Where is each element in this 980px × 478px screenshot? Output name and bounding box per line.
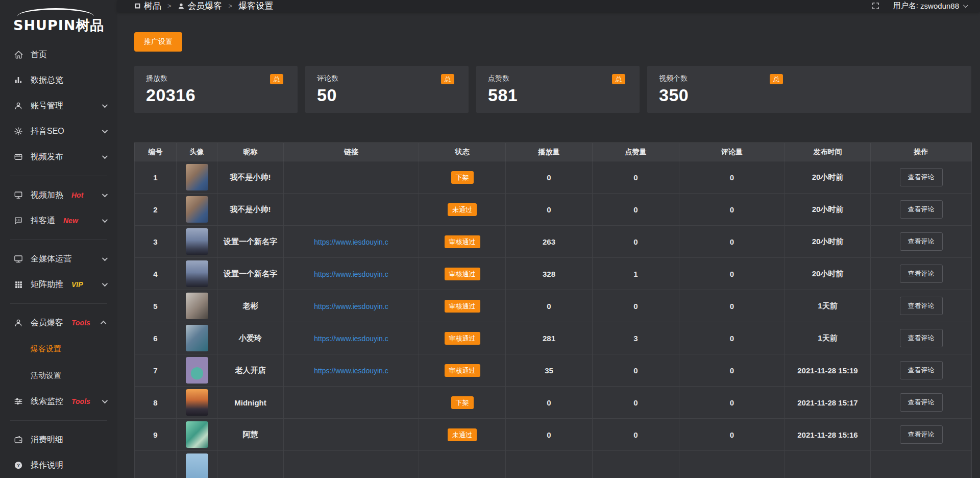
- sidebar-item-account-management[interactable]: 账号管理: [0, 93, 117, 118]
- cell-publish-time: 20小时前: [785, 161, 871, 194]
- sidebar-item-label: 数据总览: [31, 75, 63, 86]
- cell-nickname: 老彬: [217, 290, 284, 322]
- cell-link: [284, 387, 419, 419]
- cell-avatar: [177, 419, 217, 451]
- cell-status: 审核通过: [419, 322, 506, 354]
- breadcrumb-home[interactable]: 树品: [134, 0, 161, 12]
- cell-likes: 0: [593, 419, 679, 451]
- sidebar-item-all-media-operation[interactable]: 全媒体运营: [0, 246, 117, 272]
- cell-status: 未通过: [419, 419, 506, 451]
- cell-nickname: 小爱玲: [217, 322, 284, 354]
- cell-status: 审核通过: [419, 258, 506, 290]
- sidebar-item-video-publish[interactable]: 视频发布: [0, 144, 117, 170]
- cell-plays: 0: [506, 290, 593, 322]
- cell-actions: 查看评论: [871, 322, 972, 354]
- cell-likes: 0: [593, 194, 679, 226]
- sidebar-item-clue-monitor[interactable]: 线索监控 Tools: [0, 389, 117, 414]
- sidebar-item-douketong[interactable]: 抖客通 New: [0, 208, 117, 233]
- view-comments-button[interactable]: 查看评论: [900, 393, 943, 412]
- cell-status: 未通过: [419, 194, 506, 226]
- sidebar: SHUPIN树品 首页 数据总览 账号管理 抖音SEO 视频发布: [0, 0, 117, 478]
- cell-id: 2: [135, 194, 177, 226]
- cell-comments: 0: [679, 387, 785, 419]
- breadcrumb-member-baoke[interactable]: 会员爆客: [178, 0, 223, 12]
- video-link[interactable]: https://www.iesdouyin.c: [314, 334, 388, 343]
- cell-likes: 0: [593, 387, 679, 419]
- sidebar-item-instructions[interactable]: ? 操作说明: [0, 452, 117, 478]
- user-icon: [13, 101, 23, 111]
- cell-avatar: [177, 387, 217, 419]
- cell-plays: 263: [506, 226, 593, 258]
- cell-id: 7: [135, 354, 177, 387]
- view-comments-button[interactable]: 查看评论: [900, 297, 943, 315]
- total-badge: 总: [270, 74, 283, 84]
- breadcrumb-label: 爆客设置: [238, 0, 273, 12]
- view-comments-button[interactable]: 查看评论: [900, 232, 943, 251]
- sidebar-item-member-baoke[interactable]: 会员爆客 Tools: [0, 310, 117, 336]
- stat-cards: 播放数 20316 总 评论数 50 总 点赞数 581 总 视频个数 350: [134, 66, 971, 113]
- app-window: SHUPIN树品 首页 数据总览 账号管理 抖音SEO 视频发布: [0, 0, 980, 478]
- sidebar-item-douyin-seo[interactable]: 抖音SEO: [0, 118, 117, 144]
- breadcrumb-label: 树品: [144, 0, 161, 12]
- view-comments-button[interactable]: 查看评论: [900, 361, 943, 379]
- cell-link: https://www.iesdouyin.c: [284, 258, 419, 290]
- column-header-likes: 点赞量: [593, 143, 679, 161]
- sidebar-item-data-overview[interactable]: 数据总览: [0, 67, 117, 93]
- view-comments-button[interactable]: 查看评论: [900, 425, 943, 444]
- view-comments-button[interactable]: 查看评论: [900, 329, 943, 347]
- avatar: [186, 260, 208, 287]
- app-logo: SHUPIN树品: [0, 5, 117, 42]
- sidebar-item-label: 账号管理: [31, 101, 63, 111]
- avatar: [186, 196, 208, 223]
- view-comments-button[interactable]: 查看评论: [900, 265, 943, 283]
- sidebar-item-label: 视频发布: [31, 152, 63, 162]
- breadcrumb: 树品 > 会员爆客 > 爆客设置: [134, 0, 273, 12]
- promotion-settings-button[interactable]: 推广设置: [134, 32, 182, 52]
- sidebar-subitem-baoke-settings[interactable]: 爆客设置: [0, 336, 117, 362]
- breadcrumb-separator: >: [167, 2, 172, 10]
- cell-likes: 0: [593, 354, 679, 387]
- cell-status: 下架: [419, 387, 506, 419]
- stat-card-videos: 视频个数 350 总: [647, 66, 971, 113]
- cell-actions: [871, 451, 972, 478]
- table-row: 2 我不是小帅! 未通过 0 0 0 20小时前 查看评论: [135, 194, 972, 226]
- cell-comments: 0: [679, 322, 785, 354]
- sidebar-item-matrix-boost[interactable]: 矩阵助推 VIP: [0, 272, 117, 297]
- sidebar-item-label: 首页: [31, 50, 47, 60]
- cell-actions: 查看评论: [871, 354, 972, 387]
- cell-avatar: [177, 290, 217, 322]
- cell-id: [135, 451, 177, 478]
- view-comments-button[interactable]: 查看评论: [900, 200, 943, 219]
- bar-chart-icon: [13, 75, 23, 85]
- sidebar-subitem-activity-settings[interactable]: 活动设置: [0, 362, 117, 389]
- table-row: 9 阿慧 未通过 0 0 0 2021-11-28 15:16 查看评论: [135, 419, 972, 451]
- table-row: 7 老人开店 https://www.iesdouyin.c 审核通过 35 0…: [135, 354, 972, 387]
- sidebar-divider: [10, 176, 107, 176]
- status-badge: 下架: [451, 171, 474, 184]
- cell-likes: 1: [593, 258, 679, 290]
- cell-id: 3: [135, 226, 177, 258]
- avatar: [186, 421, 208, 448]
- sidebar-item-label: 抖音SEO: [31, 126, 64, 137]
- status-badge: 审核通过: [445, 364, 480, 377]
- video-link[interactable]: https://www.iesdouyin.c: [314, 367, 388, 375]
- sidebar-item-video-heating[interactable]: 视频加热 Hot: [0, 182, 117, 208]
- cell-actions: 查看评论: [871, 387, 972, 419]
- cell-status: 审核通过: [419, 290, 506, 322]
- member-icon: [13, 318, 23, 328]
- sidebar-item-consumption-details[interactable]: 消费明细: [0, 427, 117, 452]
- stat-value: 20316: [146, 85, 298, 105]
- video-link[interactable]: https://www.iesdouyin.c: [314, 238, 388, 246]
- logo-arc: [17, 8, 94, 16]
- column-header-status: 状态: [419, 143, 506, 161]
- sidebar-item-home[interactable]: 首页: [0, 42, 117, 67]
- breadcrumb-current: 爆客设置: [238, 0, 273, 12]
- video-link[interactable]: https://www.iesdouyin.c: [314, 302, 388, 310]
- breadcrumb-label: 会员爆客: [188, 0, 223, 12]
- cell-nickname: 我不是小帅!: [217, 161, 284, 194]
- view-comments-button[interactable]: 查看评论: [900, 168, 943, 186]
- user-menu[interactable]: 用户名: zswodun88: [893, 1, 967, 11]
- video-link[interactable]: https://www.iesdouyin.c: [314, 270, 388, 278]
- fullscreen-icon[interactable]: [871, 2, 880, 10]
- table-row: 3 设置一个新名字 https://www.iesdouyin.c 审核通过 2…: [135, 226, 972, 258]
